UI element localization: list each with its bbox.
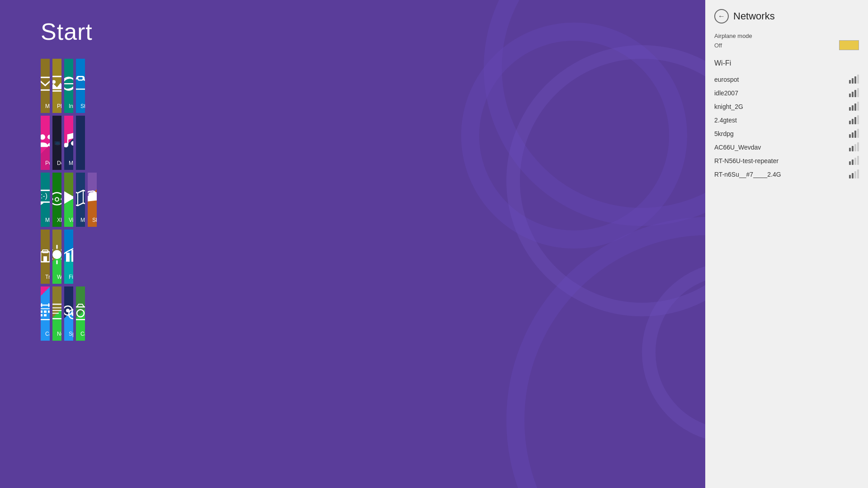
wifi-name: AC66U_Wevdav <box>714 144 761 151</box>
svg-rect-0 <box>41 77 50 90</box>
svg-rect-5 <box>78 76 83 80</box>
tile-skydrive[interactable]: SkyDrive <box>88 173 97 227</box>
tile-calendar-label: Calendar <box>45 331 50 337</box>
finance-icon <box>64 244 73 265</box>
tile-news-label: News <box>57 331 61 337</box>
wifi-item[interactable]: idle2007 <box>714 86 859 100</box>
svg-text::-): :-) <box>41 192 47 200</box>
tile-people-label: People <box>45 160 50 166</box>
svg-point-6 <box>41 134 45 140</box>
airplane-mode-label: Airplane mode <box>714 33 859 39</box>
wifi-item[interactable]: 2.4gtest <box>714 113 859 127</box>
people-icon <box>41 130 50 151</box>
photos-icon <box>52 73 61 94</box>
svg-rect-44 <box>71 250 73 262</box>
svg-rect-50 <box>44 310 47 313</box>
tiles-row-3: :-) Messaging Xbox LIVE Games Video <box>41 173 41 227</box>
wifi-name: 5krdpg <box>714 130 734 137</box>
tile-store[interactable]: Store <box>76 59 85 113</box>
tile-maps-label: Maps <box>80 217 85 223</box>
svg-point-13 <box>56 142 60 145</box>
tile-camera[interactable]: Camera <box>76 286 85 341</box>
wifi-item[interactable]: RT-N56U-test-repeater <box>714 154 859 168</box>
video-icon <box>64 187 73 208</box>
start-title: Start <box>41 18 93 45</box>
back-arrow-icon: ← <box>718 12 725 20</box>
svg-rect-49 <box>41 310 42 313</box>
svg-rect-51 <box>48 310 50 313</box>
tile-desktop-label: Desktop <box>57 160 61 166</box>
svg-point-63 <box>77 310 84 317</box>
skydrive-icon <box>88 187 97 208</box>
tile-empty[interactable] <box>76 116 85 170</box>
svg-point-33 <box>52 250 61 259</box>
airplane-section: Airplane mode Off <box>714 33 859 50</box>
tile-skydrive-label: SkyDrive <box>92 217 97 223</box>
airplane-status: Off <box>714 42 722 49</box>
tile-travel-label: Travel <box>45 274 50 280</box>
tile-ie[interactable]: Internet Explorer <box>64 59 73 113</box>
wifi-item[interactable]: knight_2G <box>714 100 859 113</box>
tile-store-label: Store <box>80 103 85 109</box>
wifi-list: eurospotidle2007knight_2G2.4gtest5krdpgA… <box>714 73 859 181</box>
wifi-signal-bars <box>849 170 859 178</box>
tile-messaging-label: Messaging <box>45 217 50 223</box>
wifi-item[interactable]: eurospot <box>714 73 859 86</box>
wifi-signal-bars <box>849 157 859 165</box>
wifi-signal-bars <box>849 75 859 84</box>
wifi-name: 2.4gtest <box>714 117 737 124</box>
tile-maps[interactable]: Maps <box>76 173 85 227</box>
tile-messaging[interactable]: :-) Messaging <box>41 173 50 227</box>
back-button[interactable]: ← <box>714 9 729 23</box>
wifi-name: knight_2G <box>714 103 743 110</box>
wifi-name: RT-n6Su__#7____2.4G <box>714 171 781 178</box>
tile-weather[interactable]: Weather <box>52 230 61 284</box>
tile-weather-label: Weather <box>57 274 61 280</box>
svg-rect-54 <box>52 304 61 319</box>
wifi-signal-bars <box>849 130 859 138</box>
tile-music-label: Music <box>69 160 73 166</box>
tiles-row-5: Calendar News Sports Camer <box>41 286 41 341</box>
tiles-row-1: Mail Photos Internet Explorer <box>41 59 41 113</box>
networks-panel: ← Networks Airplane mode Off Wi-Fi euros… <box>705 0 868 488</box>
tile-xbox-label: Xbox LIVE Games <box>57 217 61 223</box>
tile-sports-label: Sports <box>69 331 73 337</box>
store-icon <box>76 73 85 94</box>
tile-ie-label: Internet Explorer <box>69 103 73 109</box>
travel-icon <box>41 244 50 265</box>
wifi-signal-bars <box>849 143 859 151</box>
wifi-item[interactable]: 5krdpg <box>714 127 859 141</box>
tile-people[interactable]: People <box>41 116 50 170</box>
sports-icon <box>64 300 73 322</box>
camera-icon <box>76 300 85 322</box>
airplane-toggle[interactable] <box>839 40 859 50</box>
wifi-name: eurospot <box>714 76 739 83</box>
tile-music[interactable]: Music <box>64 116 73 170</box>
tile-camera-label: Camera <box>80 331 85 337</box>
tile-mail-label: Mail <box>45 103 50 109</box>
weather-icon <box>52 244 61 265</box>
music-icon <box>64 130 73 151</box>
tile-mail[interactable]: Mail <box>41 59 50 113</box>
tile-finance[interactable]: Finance <box>64 230 73 284</box>
tile-news[interactable]: News <box>52 286 61 341</box>
tile-photos[interactable]: Photos <box>52 59 61 113</box>
tile-video-label: Video <box>69 217 73 223</box>
wifi-name: RT-N56U-test-repeater <box>714 157 778 164</box>
networks-header: ← Networks <box>714 9 859 23</box>
wifi-item[interactable]: RT-n6Su__#7____2.4G <box>714 168 859 181</box>
tile-calendar[interactable]: Calendar <box>41 286 50 341</box>
airplane-row: Off <box>714 40 859 50</box>
tile-video[interactable]: Video <box>64 173 73 227</box>
svg-point-60 <box>66 309 70 312</box>
wifi-signal-bars <box>849 116 859 124</box>
mail-icon <box>41 73 50 94</box>
tile-travel[interactable]: Travel <box>41 230 50 284</box>
svg-point-7 <box>47 135 50 139</box>
tile-sports[interactable]: Sports <box>64 286 73 341</box>
tile-desktop[interactable]: Desktop <box>52 116 61 170</box>
wifi-item[interactable]: AC66U_Wevdav <box>714 141 859 154</box>
svg-point-2 <box>52 80 56 84</box>
ie-icon <box>64 73 73 94</box>
tile-xbox[interactable]: Xbox LIVE Games <box>52 173 61 227</box>
